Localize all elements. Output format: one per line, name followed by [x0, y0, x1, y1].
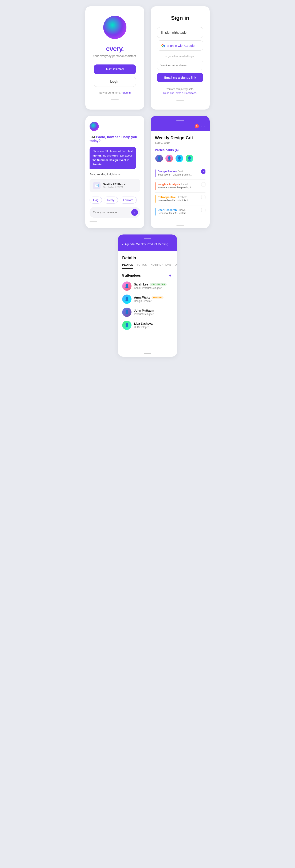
attendee-avatar-4: 👤 [122, 321, 131, 330]
sign-in-link[interactable]: Sign in [122, 91, 131, 94]
tab-notifications[interactable]: NOTIFICATIONS [151, 264, 172, 267]
chat-action-buttons: Flag Reply Forward [90, 196, 137, 204]
attendee-title-2: Design Director [134, 300, 173, 303]
task-category-4: User Research [158, 208, 177, 212]
every-logo-orb [103, 16, 126, 39]
scroll-indicator [176, 225, 184, 226]
add-attendee-button[interactable]: + [168, 273, 173, 278]
terms-link[interactable]: Read our Terms & Conditions. [163, 92, 197, 95]
signin-title: Sign in [171, 15, 189, 21]
attendee-title-1: Senior Product Designer [134, 286, 173, 289]
participants-title: Partecipants (4) [155, 148, 205, 152]
email-preview-name: Seattle PR Plan - L... [103, 183, 129, 186]
get-started-button[interactable]: Get started [94, 64, 136, 74]
attendee-info-3: John Muttaqin Product Designer [134, 309, 173, 316]
design-crit-body: Weekly Design Crit Sep 9, 2019 Partecipa… [151, 131, 210, 222]
agenda-back-label: Agenda: Weekly Product Meeting [124, 243, 168, 246]
reply-button[interactable]: Reply [104, 196, 118, 204]
task-checkbox-1[interactable]: ✓ [201, 169, 205, 174]
card-design-crit: 3 ··· Weekly Design Crit Sep 9, 2019 Par… [151, 116, 210, 228]
divider-text: or get a link emailed to you [165, 55, 195, 58]
task-info-1: Design Review José Illustrations - Updat… [158, 169, 199, 176]
task-info-2: Insights Analysis Ihmad How many users k… [158, 182, 199, 189]
attendee-row-1: 👤 Sarah Lee ORGANIZER Senior Product Des… [122, 281, 173, 291]
attendee-row-2: 👤 Anna Waltz OWNER Design Director [122, 294, 173, 304]
scroll-indicator [144, 353, 151, 354]
task-category-1: Design Review [158, 170, 177, 173]
attendee-avatar-3: 👤 [122, 308, 131, 317]
participants-avatars: 👤 👤 👤 👤 [155, 154, 205, 163]
google-icon [161, 43, 165, 48]
tab-asse[interactable]: ASSE [175, 264, 177, 267]
chat-input[interactable] [93, 211, 131, 214]
details-title: Details [122, 255, 173, 260]
task-category-2: Insights Analysis [158, 183, 180, 186]
task-bar-3 [155, 195, 155, 203]
participant-avatar-1: 👤 [155, 154, 163, 163]
email-preview-date: Sep 2nd at 2:05PM [103, 186, 129, 188]
task-desc-3: How we handle crisis this ti... [158, 199, 196, 202]
card-signin: Sign in  Sign with Apple Sign in with G… [151, 6, 210, 110]
attendee-name-2: Anna Waltz [134, 296, 150, 299]
back-navigation[interactable]: ‹ Agenda: Weekly Product Meeting [122, 243, 173, 246]
card-every: every. Your everyday personal assistant.… [85, 6, 144, 110]
attendee-name-3: John Muttaqin [134, 309, 154, 312]
task-bar-4 [155, 208, 155, 216]
email-icon: ✉️ [93, 182, 100, 189]
scroll-indicator [111, 99, 119, 100]
drag-handle [144, 238, 151, 239]
email-link-button[interactable]: Email me a signup link [157, 73, 203, 82]
organizer-badge: ORGANIZER [150, 283, 167, 286]
attendee-info-2: Anna Waltz OWNER Design Director [134, 296, 173, 303]
attendees-header: 5 attendees + [122, 273, 173, 278]
task-checkbox-3[interactable] [201, 195, 205, 199]
row-1: every. Your everyday personal assistant.… [85, 6, 210, 110]
notification-badge: 3 [195, 124, 199, 128]
event-title: Weekly Design Crit [155, 135, 205, 140]
participant-avatar-2: 👤 [165, 154, 173, 163]
email-input[interactable] [157, 61, 203, 70]
attendee-info-4: Lisa Zasheva UI Developer [134, 322, 173, 329]
attendee-name-4: Lisa Zasheva [134, 322, 152, 325]
task-checkbox-2[interactable] [201, 182, 205, 186]
task-info-4: User Research Shawn Recruit at least 25 … [158, 208, 199, 215]
attendee-row-3: 👤 John Muttaqin Product Designer [122, 308, 173, 317]
task-category-3: Retrospective [158, 195, 176, 199]
agenda-header: ‹ Agenda: Weekly Product Meeting [118, 235, 177, 251]
app-name: every. [106, 45, 124, 53]
task-desc-4: Recruit at least 25 testers [158, 212, 196, 215]
chat-bot-reply: Sure, sending it right now... [90, 173, 123, 176]
sign-in-apple-button[interactable]:  Sign with Apple [157, 27, 203, 38]
send-button[interactable]: ↑ [131, 209, 138, 216]
attendee-info-1: Sarah Lee ORGANIZER Senior Product Desig… [134, 283, 173, 289]
crit-top-bar: 3 ··· [155, 124, 205, 128]
email-preview-card[interactable]: ✉️ Seattle PR Plan - L... Sep 2nd at 2:0… [90, 179, 140, 192]
tab-people[interactable]: PEOPLE [122, 264, 133, 269]
attendee-title-3: Product Designer [134, 313, 173, 316]
task-row-4: User Research Shawn Recruit at least 25 … [155, 206, 205, 218]
task-row-3: Retrospective Elizabeth How we handle cr… [155, 192, 205, 206]
sign-in-google-button[interactable]: Sign in with Google [157, 40, 203, 51]
email-preview-info: Seattle PR Plan - L... Sep 2nd at 2:05PM [103, 183, 129, 188]
row-2: GM Paolo, how can I help you today? Show… [85, 116, 210, 228]
app-tagline: Your everyday personal assistant. [93, 54, 137, 58]
participant-avatar-4: 👤 [185, 154, 194, 163]
apple-icon:  [161, 30, 163, 35]
task-checkbox-4[interactable] [201, 208, 205, 212]
tab-topics[interactable]: TOPICS [137, 264, 147, 267]
flag-button[interactable]: Flag [90, 196, 102, 204]
attendees-count: 5 attendees [122, 274, 141, 277]
card-agenda: ‹ Agenda: Weekly Product Meeting Details… [118, 235, 177, 357]
task-bar-1 [155, 169, 155, 177]
chat-input-area: ↑ [90, 207, 140, 218]
attendee-row-4: 👤 Lisa Zasheva UI Developer [122, 321, 173, 330]
task-person-1: José [178, 170, 183, 173]
more-options-icon[interactable]: ··· [201, 124, 205, 128]
task-desc-1: Illustrations - Update gradien... [158, 173, 196, 176]
scroll-indicator [176, 100, 184, 101]
forward-button[interactable]: Forward [120, 196, 137, 204]
chat-user-name: Paolo [96, 135, 105, 139]
card-chat: GM Paolo, how can I help you today? Show… [85, 116, 144, 228]
login-button[interactable]: Login [94, 77, 136, 87]
task-person-4: Shawn [178, 209, 186, 212]
